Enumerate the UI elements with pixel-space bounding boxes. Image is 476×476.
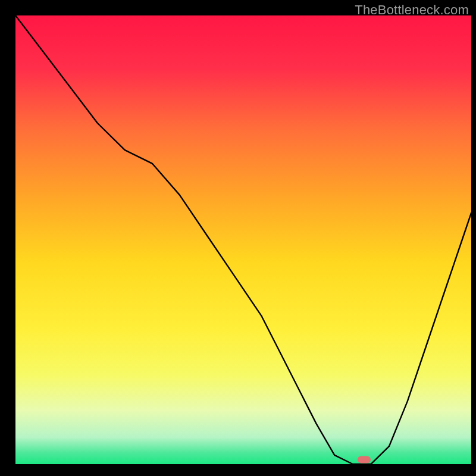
chart-container: TheBottleneck.com (0, 0, 476, 476)
bottleneck-chart (0, 0, 476, 476)
plot-area (15, 15, 471, 464)
watermark-text: TheBottleneck.com (355, 2, 469, 18)
optimal-marker (358, 456, 371, 463)
